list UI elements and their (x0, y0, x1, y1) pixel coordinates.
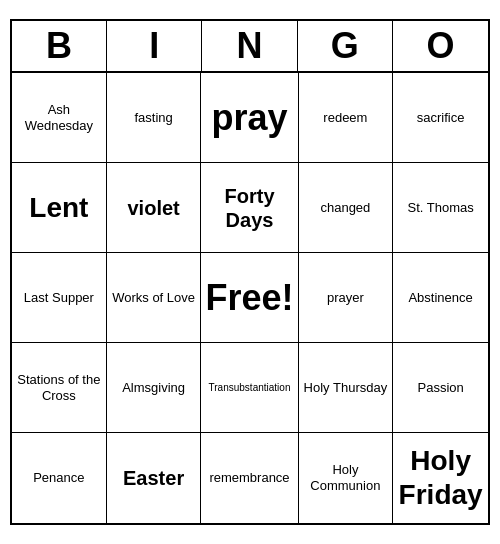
bingo-cell: Works of Love (107, 253, 202, 343)
bingo-cell: Abstinence (393, 253, 488, 343)
bingo-cell: Forty Days (201, 163, 298, 253)
bingo-cell: St. Thomas (393, 163, 488, 253)
bingo-cell: Holy Communion (299, 433, 394, 523)
bingo-cell: Penance (12, 433, 107, 523)
bingo-cell: remembrance (201, 433, 298, 523)
bingo-cell: Easter (107, 433, 202, 523)
bingo-cell: Free! (201, 253, 298, 343)
bingo-cell: Holy Friday (393, 433, 488, 523)
header-letter: G (298, 21, 393, 71)
bingo-cell: prayer (299, 253, 394, 343)
bingo-cell: redeem (299, 73, 394, 163)
header-letter: I (107, 21, 202, 71)
bingo-cell: Almsgiving (107, 343, 202, 433)
bingo-cell: Ash Wednesday (12, 73, 107, 163)
bingo-cell: fasting (107, 73, 202, 163)
bingo-card: BINGO Ash Wednesdayfastingprayredeemsacr… (10, 19, 490, 525)
header-letter: B (12, 21, 107, 71)
bingo-cell: Passion (393, 343, 488, 433)
bingo-cell: violet (107, 163, 202, 253)
bingo-header: BINGO (12, 21, 488, 73)
bingo-cell: sacrifice (393, 73, 488, 163)
bingo-cell: pray (201, 73, 298, 163)
header-letter: O (393, 21, 488, 71)
bingo-cell: Transubstantiation (201, 343, 298, 433)
bingo-cell: changed (299, 163, 394, 253)
header-letter: N (202, 21, 297, 71)
bingo-cell: Lent (12, 163, 107, 253)
bingo-cell: Last Supper (12, 253, 107, 343)
bingo-cell: Holy Thursday (299, 343, 394, 433)
bingo-cell: Stations of the Cross (12, 343, 107, 433)
bingo-grid: Ash WednesdayfastingprayredeemsacrificeL… (12, 73, 488, 523)
